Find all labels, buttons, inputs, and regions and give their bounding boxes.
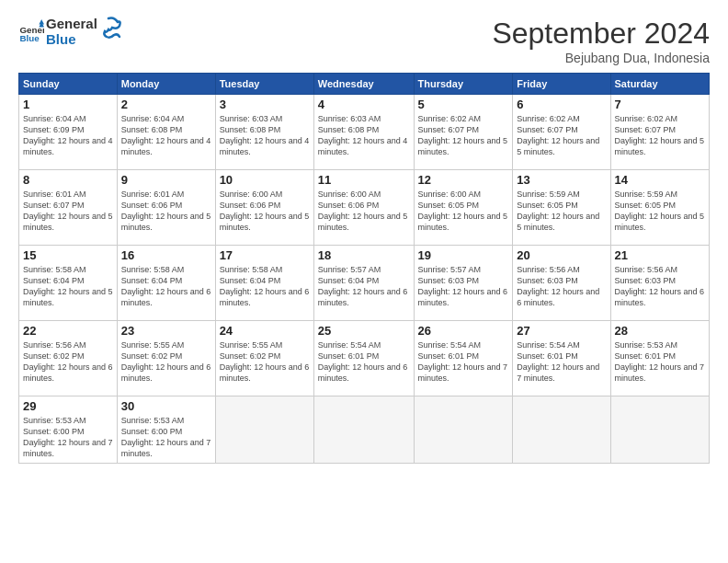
table-row: 4 Sunrise: 6:03 AM Sunset: 6:08 PM Dayli… xyxy=(313,95,414,170)
month-year: September 2024 xyxy=(492,17,710,51)
day-number: 18 xyxy=(318,248,410,262)
day-number: 23 xyxy=(121,324,211,338)
logo: General Blue General Blue xyxy=(18,17,121,47)
table-row: 15 Sunrise: 5:58 AM Sunset: 6:04 PM Dayl… xyxy=(19,246,118,321)
day-number: 13 xyxy=(517,173,606,187)
col-saturday: Saturday xyxy=(610,74,709,95)
day-number: 9 xyxy=(121,173,211,187)
col-sunday: Sunday xyxy=(19,74,118,95)
day-number: 8 xyxy=(23,173,113,187)
day-number: 11 xyxy=(318,173,410,187)
table-row: 10 Sunrise: 6:00 AM Sunset: 6:06 PM Dayl… xyxy=(215,170,313,246)
table-row: 26 Sunrise: 5:54 AM Sunset: 6:01 PM Dayl… xyxy=(414,321,513,396)
table-row: 2 Sunrise: 6:04 AM Sunset: 6:08 PM Dayli… xyxy=(117,95,215,170)
day-number: 10 xyxy=(220,173,310,187)
table-row: 16 Sunrise: 5:58 AM Sunset: 6:04 PM Dayl… xyxy=(117,246,215,321)
day-number: 14 xyxy=(615,173,705,187)
col-wednesday: Wednesday xyxy=(313,74,414,95)
logo-blue: Blue xyxy=(46,32,97,48)
day-number: 25 xyxy=(318,324,410,338)
day-number: 29 xyxy=(23,399,113,413)
logo-icon: General Blue xyxy=(18,19,44,45)
table-row: 27 Sunrise: 5:54 AM Sunset: 6:01 PM Dayl… xyxy=(513,321,610,396)
table-row: 11 Sunrise: 6:00 AM Sunset: 6:06 PM Dayl… xyxy=(313,170,414,246)
day-number: 21 xyxy=(615,248,705,262)
day-info: Sunrise: 5:56 AM Sunset: 6:03 PM Dayligh… xyxy=(615,264,705,309)
day-number: 24 xyxy=(220,324,310,338)
day-number: 2 xyxy=(121,98,211,111)
day-number: 22 xyxy=(23,324,113,338)
day-number: 5 xyxy=(418,98,509,111)
day-info: Sunrise: 6:02 AM Sunset: 6:07 PM Dayligh… xyxy=(615,113,705,158)
day-number: 6 xyxy=(517,98,606,111)
table-row: 14 Sunrise: 5:59 AM Sunset: 6:05 PM Dayl… xyxy=(610,170,709,246)
day-info: Sunrise: 5:59 AM Sunset: 6:05 PM Dayligh… xyxy=(615,189,705,234)
day-number: 3 xyxy=(220,98,310,111)
day-number: 19 xyxy=(418,248,509,262)
location: Bejubang Dua, Indonesia xyxy=(492,51,710,65)
table-row xyxy=(414,396,513,464)
table-row: 7 Sunrise: 6:02 AM Sunset: 6:07 PM Dayli… xyxy=(610,95,709,170)
table-row: 8 Sunrise: 6:01 AM Sunset: 6:07 PM Dayli… xyxy=(19,170,118,246)
day-info: Sunrise: 6:04 AM Sunset: 6:08 PM Dayligh… xyxy=(121,113,211,158)
day-info: Sunrise: 6:03 AM Sunset: 6:08 PM Dayligh… xyxy=(318,113,410,158)
col-monday: Monday xyxy=(117,74,215,95)
day-info: Sunrise: 6:00 AM Sunset: 6:06 PM Dayligh… xyxy=(318,189,410,234)
table-row: 3 Sunrise: 6:03 AM Sunset: 6:08 PM Dayli… xyxy=(215,95,313,170)
day-number: 1 xyxy=(23,98,113,111)
table-row: 1 Sunrise: 6:04 AM Sunset: 6:09 PM Dayli… xyxy=(19,95,118,170)
day-info: Sunrise: 6:03 AM Sunset: 6:08 PM Dayligh… xyxy=(220,113,310,158)
table-row xyxy=(215,396,313,464)
table-row: 30 Sunrise: 5:53 AM Sunset: 6:00 PM Dayl… xyxy=(117,396,215,464)
table-row xyxy=(313,396,414,464)
table-row: 18 Sunrise: 5:57 AM Sunset: 6:04 PM Dayl… xyxy=(313,246,414,321)
table-row: 13 Sunrise: 5:59 AM Sunset: 6:05 PM Dayl… xyxy=(513,170,610,246)
day-number: 16 xyxy=(121,248,211,262)
day-number: 20 xyxy=(517,248,606,262)
day-info: Sunrise: 6:00 AM Sunset: 6:06 PM Dayligh… xyxy=(220,189,310,234)
calendar-page: General Blue General Blue September 2024… xyxy=(0,0,728,563)
day-number: 27 xyxy=(517,324,606,338)
table-row: 5 Sunrise: 6:02 AM Sunset: 6:07 PM Dayli… xyxy=(414,95,513,170)
day-info: Sunrise: 5:55 AM Sunset: 6:02 PM Dayligh… xyxy=(220,339,310,385)
day-info: Sunrise: 5:56 AM Sunset: 6:02 PM Dayligh… xyxy=(23,339,113,385)
table-row: 24 Sunrise: 5:55 AM Sunset: 6:02 PM Dayl… xyxy=(215,321,313,396)
day-info: Sunrise: 5:54 AM Sunset: 6:01 PM Dayligh… xyxy=(418,339,509,385)
col-thursday: Thursday xyxy=(414,74,513,95)
day-info: Sunrise: 6:01 AM Sunset: 6:06 PM Dayligh… xyxy=(121,189,211,234)
day-info: Sunrise: 5:58 AM Sunset: 6:04 PM Dayligh… xyxy=(121,264,211,309)
table-row: 23 Sunrise: 5:55 AM Sunset: 6:02 PM Dayl… xyxy=(117,321,215,396)
day-info: Sunrise: 5:57 AM Sunset: 6:04 PM Dayligh… xyxy=(318,264,410,309)
table-row: 28 Sunrise: 5:53 AM Sunset: 6:01 PM Dayl… xyxy=(610,321,709,396)
day-info: Sunrise: 5:54 AM Sunset: 6:01 PM Dayligh… xyxy=(517,339,606,385)
calendar-table: Sunday Monday Tuesday Wednesday Thursday… xyxy=(18,73,710,464)
table-row xyxy=(610,396,709,464)
day-number: 4 xyxy=(318,98,410,111)
day-number: 15 xyxy=(23,248,113,262)
day-number: 17 xyxy=(220,248,310,262)
logo-general: General xyxy=(46,17,97,32)
col-tuesday: Tuesday xyxy=(215,74,313,95)
table-row: 20 Sunrise: 5:56 AM Sunset: 6:03 PM Dayl… xyxy=(513,246,610,321)
day-info: Sunrise: 5:53 AM Sunset: 6:01 PM Dayligh… xyxy=(615,339,705,385)
table-row xyxy=(513,396,610,464)
table-row: 19 Sunrise: 5:57 AM Sunset: 6:03 PM Dayl… xyxy=(414,246,513,321)
day-number: 28 xyxy=(615,324,705,338)
day-info: Sunrise: 5:58 AM Sunset: 6:04 PM Dayligh… xyxy=(23,264,113,309)
day-info: Sunrise: 5:55 AM Sunset: 6:02 PM Dayligh… xyxy=(121,339,211,385)
day-number: 26 xyxy=(418,324,509,338)
title-block: September 2024 Bejubang Dua, Indonesia xyxy=(492,17,710,65)
header: General Blue General Blue September 2024… xyxy=(18,17,710,65)
calendar-header-row: Sunday Monday Tuesday Wednesday Thursday… xyxy=(19,74,710,95)
table-row: 22 Sunrise: 5:56 AM Sunset: 6:02 PM Dayl… xyxy=(19,321,118,396)
col-friday: Friday xyxy=(513,74,610,95)
day-info: Sunrise: 5:57 AM Sunset: 6:03 PM Dayligh… xyxy=(418,264,509,309)
day-info: Sunrise: 5:58 AM Sunset: 6:04 PM Dayligh… xyxy=(220,264,310,309)
table-row: 9 Sunrise: 6:01 AM Sunset: 6:06 PM Dayli… xyxy=(117,170,215,246)
day-info: Sunrise: 5:53 AM Sunset: 6:00 PM Dayligh… xyxy=(121,415,211,460)
day-info: Sunrise: 5:54 AM Sunset: 6:01 PM Dayligh… xyxy=(318,339,410,385)
logo-bird-icon xyxy=(101,17,121,44)
day-number: 30 xyxy=(121,399,211,413)
day-info: Sunrise: 5:56 AM Sunset: 6:03 PM Dayligh… xyxy=(517,264,606,309)
day-info: Sunrise: 6:01 AM Sunset: 6:07 PM Dayligh… xyxy=(23,189,113,234)
